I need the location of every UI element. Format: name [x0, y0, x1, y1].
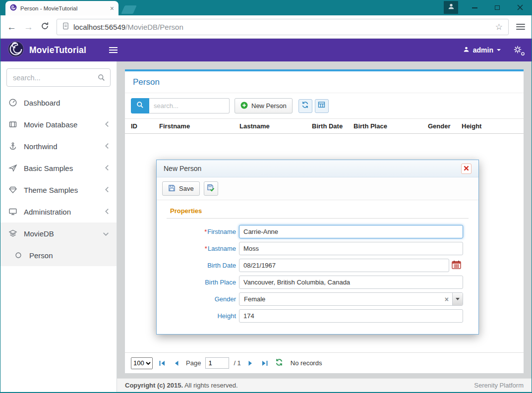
- column-header-birth-place[interactable]: Birth Place: [354, 122, 428, 130]
- column-header-lastname[interactable]: Lastname: [239, 122, 312, 130]
- new-person-button[interactable]: New Person: [235, 98, 293, 113]
- field-row-birth-place: Birth Place: [167, 276, 469, 289]
- app-brand: MovieTutorial: [29, 45, 86, 56]
- apply-changes-button[interactable]: [204, 181, 218, 196]
- field-row-height: Height: [167, 309, 469, 323]
- grid-search: [131, 98, 230, 113]
- window-controls: [463, 0, 532, 15]
- paper-plane-icon: [8, 164, 17, 172]
- field-label-birth-place: Birth Place: [167, 279, 236, 286]
- chevron-left-icon: [105, 142, 109, 151]
- url-host: localhost:56549: [73, 23, 125, 31]
- maximize-button[interactable]: [486, 0, 509, 15]
- gender-select[interactable]: Female ×: [239, 292, 463, 306]
- close-window-button[interactable]: [509, 0, 532, 15]
- refresh-button[interactable]: [298, 99, 312, 113]
- next-page-button[interactable]: [245, 358, 255, 368]
- page-title: Person: [125, 71, 524, 93]
- search-icon: [98, 74, 105, 83]
- grid-search-button[interactable]: [131, 98, 149, 113]
- dropdown-button[interactable]: [452, 293, 463, 305]
- settings-button[interactable]: [514, 46, 525, 55]
- browser-menu-button[interactable]: [516, 24, 525, 30]
- column-header-height[interactable]: Height: [462, 122, 493, 130]
- new-person-dialog: New Person Save: [156, 160, 479, 335]
- field-label-height: Height: [167, 312, 236, 320]
- pager-status: No records: [291, 359, 322, 367]
- birth-date-input[interactable]: [239, 259, 449, 272]
- new-tab-button[interactable]: [121, 5, 137, 14]
- sidebar-item-basic-samples[interactable]: Basic Samples: [0, 157, 117, 179]
- circle-icon: [13, 251, 23, 259]
- field-label-firstname: Firstname: [207, 228, 236, 235]
- browser-navbar: ← → localhost:56549/MovieDB/Person ☆: [0, 15, 532, 39]
- browser-profile-button[interactable]: [444, 1, 458, 14]
- datepicker-button[interactable]: [452, 260, 461, 271]
- app-body: Dashboard Movie Database Northwind Basic…: [0, 61, 532, 393]
- sidebar-item-moviedb[interactable]: MovieDB: [0, 223, 117, 244]
- grid-search-input[interactable]: [149, 98, 230, 113]
- sidebar-toggle-button[interactable]: [109, 47, 118, 53]
- last-page-button[interactable]: [260, 358, 270, 368]
- dialog-title: New Person: [164, 165, 461, 172]
- forward-button[interactable]: →: [24, 22, 33, 32]
- height-input[interactable]: [239, 309, 463, 323]
- grid-header: ID Firstname Lastname Birth Date Birth P…: [125, 118, 524, 134]
- chevron-left-icon: [105, 186, 109, 194]
- sidebar-item-movie-database[interactable]: Movie Database: [0, 113, 117, 135]
- firstname-input[interactable]: [239, 225, 463, 238]
- pager-refresh-button[interactable]: [274, 358, 284, 368]
- back-button[interactable]: ←: [7, 22, 16, 32]
- birth-place-input[interactable]: [239, 276, 463, 289]
- category-title: Properties: [167, 206, 469, 219]
- refresh-icon: [275, 358, 283, 368]
- chevron-down-icon: [497, 49, 501, 51]
- username: admin: [473, 46, 493, 54]
- grid-toolbar-extras: [298, 99, 329, 113]
- url-path: /MovieDB/Person: [125, 23, 183, 31]
- column-header-gender[interactable]: Gender: [428, 122, 462, 130]
- field-row-gender: Gender Female ×: [167, 292, 469, 306]
- column-header-birth-date[interactable]: Birth Date: [312, 122, 354, 130]
- browser-titlebar: Person - MovieTutorial ×: [0, 0, 532, 15]
- sidebar-item-theme-samples[interactable]: Theme Samples: [0, 179, 117, 201]
- lastname-input[interactable]: [239, 242, 463, 255]
- minimize-icon: [472, 7, 477, 8]
- page-label: Page: [186, 359, 201, 367]
- save-check-icon: [207, 184, 215, 193]
- sidebar-search-input[interactable]: [6, 68, 111, 87]
- column-picker-button[interactable]: [315, 99, 329, 113]
- required-marker: *: [205, 245, 207, 252]
- minimize-button[interactable]: [463, 0, 486, 15]
- serenity-logo-icon: [7, 41, 24, 59]
- bookmark-star-icon[interactable]: ☆: [495, 23, 503, 31]
- column-header-id[interactable]: ID: [131, 122, 159, 130]
- address-bar[interactable]: localhost:56549/MovieDB/Person ☆: [57, 19, 509, 35]
- sidebar-item-northwind[interactable]: Northwind: [0, 135, 117, 157]
- desktop-icon: [8, 207, 17, 216]
- clear-selection-icon[interactable]: ×: [441, 295, 452, 303]
- save-button[interactable]: Save: [162, 181, 200, 196]
- tab-close-icon[interactable]: ×: [110, 5, 114, 12]
- field-row-firstname: *Firstname: [167, 225, 469, 238]
- field-label-lastname: Lastname: [208, 245, 236, 252]
- url-text: localhost:56549/MovieDB/Person: [73, 23, 183, 31]
- dialog-header[interactable]: New Person: [157, 160, 478, 177]
- reload-button[interactable]: [41, 22, 49, 32]
- content-area: Person New Person: [117, 61, 532, 392]
- chevron-left-icon: [105, 164, 109, 172]
- sidebar-item-dashboard[interactable]: Dashboard: [0, 92, 117, 113]
- page-count: / 1: [234, 359, 240, 367]
- sidebar-item-administration[interactable]: Administration: [0, 201, 117, 223]
- previous-page-button[interactable]: [172, 358, 181, 368]
- page-size-select[interactable]: 100: [131, 357, 153, 369]
- first-page-button[interactable]: [157, 358, 167, 368]
- browser-window: Person - MovieTutorial × ← →: [0, 0, 532, 393]
- sidebar-item-person[interactable]: Person: [0, 244, 117, 266]
- user-menu-button[interactable]: admin: [463, 46, 501, 54]
- user-icon: [463, 46, 470, 54]
- page-number-input[interactable]: [205, 357, 229, 369]
- dialog-close-button[interactable]: [461, 164, 472, 174]
- browser-tab[interactable]: Person - MovieTutorial ×: [5, 1, 118, 15]
- column-header-firstname[interactable]: Firstname: [159, 122, 239, 130]
